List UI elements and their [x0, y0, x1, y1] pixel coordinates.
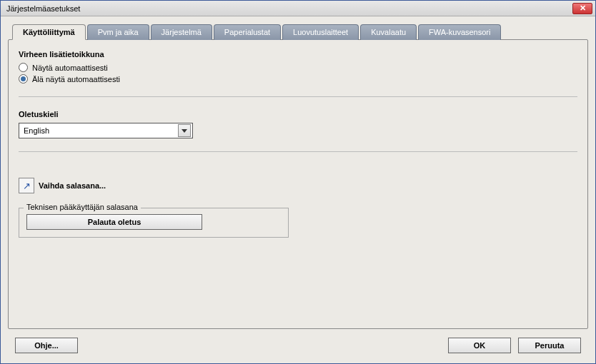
- error-section-title: Virheen lisätietoikkuna: [19, 50, 577, 59]
- radio-label: Näytä automaattisesti: [32, 64, 108, 72]
- titlebar: Järjestelmäasetukset ✕: [1, 1, 595, 16]
- tab-datetime[interactable]: Pvm ja aika: [87, 24, 149, 40]
- tab-output[interactable]: Luovutuslaitteet: [282, 24, 359, 40]
- tab-panel: Virheen lisätietoikkuna Näytä automaatti…: [8, 39, 588, 329]
- tab-system[interactable]: Järjestelmä: [151, 24, 212, 40]
- tab-container: Käyttöliittymä Pvm ja aika Järjestelmä P…: [8, 24, 588, 329]
- fieldset-legend: Teknisen pääkäyttäjän salasana: [24, 203, 141, 211]
- footer-right: OK Peruuta: [448, 338, 581, 353]
- divider: [19, 96, 577, 97]
- language-select[interactable]: English: [19, 123, 193, 138]
- close-button[interactable]: ✕: [572, 3, 592, 14]
- cancel-button[interactable]: Peruuta: [518, 338, 581, 353]
- radio-icon: [19, 63, 28, 72]
- close-icon: ✕: [580, 4, 586, 13]
- tab-ui[interactable]: Käyttöliittymä: [12, 24, 86, 40]
- radio-icon: [19, 74, 28, 84]
- system-settings-window: Järjestelmäasetukset ✕ Käyttöliittymä Pv…: [0, 0, 596, 364]
- tab-strip: Käyttöliittymä Pvm ja aika Järjestelmä P…: [12, 24, 588, 39]
- ok-button[interactable]: OK: [448, 338, 511, 353]
- window-title: Järjestelmäasetukset: [4, 4, 80, 13]
- tab-paper[interactable]: Paperialustat: [214, 24, 281, 40]
- divider: [19, 151, 577, 152]
- content-area: Käyttöliittymä Pvm ja aika Järjestelmä P…: [1, 16, 595, 363]
- tab-quality[interactable]: Kuvalaatu: [360, 24, 417, 40]
- change-password-label: Vaihda salasana...: [39, 181, 106, 190]
- help-button[interactable]: Ohje...: [15, 338, 78, 353]
- radio-no-show-auto[interactable]: Älä näytä automaattisesti: [19, 74, 577, 84]
- footer: Ohje... OK Peruuta: [8, 329, 588, 363]
- radio-label: Älä näytä automaattisesti: [32, 75, 120, 84]
- reset-default-button[interactable]: Palauta oletus: [26, 214, 202, 230]
- language-value: English: [24, 126, 49, 135]
- tab-fwa[interactable]: FWA-kuvasensori: [418, 24, 501, 40]
- language-section-title: Oletuskieli: [19, 110, 577, 118]
- change-password-link[interactable]: ↗ Vaihda salasana...: [19, 178, 577, 193]
- tech-admin-password-fieldset: Teknisen pääkäyttäjän salasana Palauta o…: [19, 208, 289, 238]
- chevron-down-icon: [178, 124, 191, 137]
- radio-show-auto[interactable]: Näytä automaattisesti: [19, 63, 577, 72]
- external-link-icon: ↗: [19, 178, 34, 193]
